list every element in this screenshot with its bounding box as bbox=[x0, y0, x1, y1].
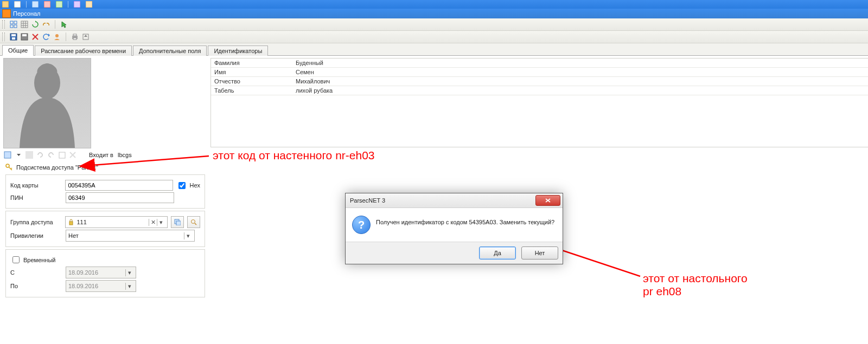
access-group-select[interactable]: 111 ✕ ▾ bbox=[65, 216, 168, 228]
print-icon[interactable] bbox=[71, 33, 79, 41]
subsystem-header: Подсистема доступа "Parsec" bbox=[5, 164, 207, 171]
export-icon[interactable] bbox=[81, 33, 90, 41]
ribbon-icon[interactable] bbox=[13, 1, 22, 8]
svg-rect-28 bbox=[73, 34, 76, 36]
info-key: Фамилия bbox=[214, 60, 296, 66]
temp-checkbox[interactable] bbox=[12, 256, 20, 263]
access-group: Группа доступа 111 ✕ ▾ Привилегии bbox=[5, 211, 205, 247]
svg-rect-0 bbox=[2, 1, 9, 8]
svg-rect-36 bbox=[59, 152, 65, 158]
dialog-titlebar[interactable]: ParsecNET 3 bbox=[346, 193, 563, 208]
svg-rect-8 bbox=[14, 21, 17, 24]
dropdown-icon[interactable]: ▾ bbox=[125, 269, 133, 276]
date-from-label: С bbox=[10, 269, 62, 276]
priv-select[interactable]: Нет ▾ bbox=[66, 230, 195, 242]
user-icon[interactable] bbox=[53, 33, 61, 41]
date-to-value: 18.09.2016 bbox=[68, 283, 98, 289]
person-info-panel: Фамилия Буденный Имя Семен Отчество Миха… bbox=[210, 58, 868, 147]
access-group-label: Группа доступа bbox=[10, 219, 62, 225]
date-to-label: По bbox=[10, 283, 62, 289]
svg-rect-10 bbox=[14, 25, 17, 28]
tab-extra-fields[interactable]: Дополнительные поля bbox=[133, 46, 207, 56]
photo-placeholder[interactable] bbox=[3, 58, 91, 148]
ribbon-icon[interactable] bbox=[73, 1, 81, 8]
dropdown-icon[interactable]: ▾ bbox=[125, 283, 133, 290]
svg-marker-17 bbox=[62, 22, 66, 28]
image-icon[interactable] bbox=[3, 151, 12, 159]
hex-checkbox[interactable] bbox=[178, 182, 186, 189]
dialog-no-button[interactable]: Нет bbox=[521, 246, 558, 259]
subsystem-header-text: Подсистема доступа "Parsec" bbox=[16, 164, 98, 171]
svg-rect-33 bbox=[4, 152, 11, 158]
pin-label: ПИН bbox=[10, 194, 62, 201]
svg-rect-6 bbox=[86, 1, 92, 8]
priv-label: Привилегии bbox=[10, 232, 62, 239]
redo-small-icon[interactable] bbox=[47, 151, 55, 159]
priv-value: Нет bbox=[68, 232, 79, 239]
pin-input[interactable] bbox=[66, 192, 174, 203]
tab-schedule[interactable]: Расписание рабочего времени bbox=[35, 46, 132, 56]
date-from[interactable]: 18.09.2016 ▾ bbox=[66, 267, 136, 278]
card-group: Код карты Hex ПИН bbox=[5, 174, 205, 209]
refresh-icon[interactable] bbox=[31, 20, 40, 29]
key-icon bbox=[5, 164, 13, 171]
content: Входит в lbcgs Подсистема доступа "Parse… bbox=[0, 56, 868, 302]
ribbon-icon[interactable] bbox=[31, 1, 40, 8]
ribbon-icon[interactable] bbox=[55, 1, 63, 8]
card-code-input[interactable] bbox=[65, 180, 173, 191]
info-val: лихой рубака bbox=[296, 87, 333, 94]
svg-rect-22 bbox=[22, 34, 27, 36]
delete-icon[interactable] bbox=[31, 33, 40, 41]
ribbon-icon[interactable] bbox=[85, 1, 93, 8]
dialog-message: Получен идентификатор с кодом 54395A03. … bbox=[376, 216, 554, 225]
copy-button[interactable] bbox=[171, 216, 184, 228]
svg-rect-7 bbox=[10, 21, 13, 24]
info-key: Табель bbox=[214, 87, 296, 94]
tab-identifiers[interactable]: Идентификаторы bbox=[208, 46, 268, 56]
undo-small-icon[interactable] bbox=[36, 151, 44, 159]
tab-general[interactable]: Общие bbox=[2, 45, 34, 56]
svg-rect-42 bbox=[69, 222, 73, 225]
window-title: Персонал bbox=[13, 10, 41, 17]
undo-icon[interactable] bbox=[42, 33, 50, 41]
svg-marker-31 bbox=[84, 35, 87, 37]
dropdown-icon[interactable]: ▾ bbox=[157, 219, 165, 226]
grid-table-icon[interactable] bbox=[20, 20, 29, 29]
delete-small-icon[interactable] bbox=[68, 151, 77, 159]
lock-icon bbox=[68, 219, 74, 225]
save-as-icon[interactable] bbox=[20, 33, 29, 41]
svg-rect-29 bbox=[73, 38, 76, 40]
dialog-close-button[interactable] bbox=[535, 195, 560, 206]
tabs: Общие Расписание рабочего времени Дополн… bbox=[0, 43, 868, 56]
info-val: Семен bbox=[296, 69, 314, 75]
hex-label: Hex bbox=[189, 182, 200, 189]
dialog-title: ParsecNET 3 bbox=[350, 197, 385, 204]
info-row: Имя Семен bbox=[211, 68, 868, 77]
temporary-group: Временный С 18.09.2016 ▾ По 18.09.2016 ▾ bbox=[5, 249, 205, 297]
temp-checkbox-label: Временный bbox=[23, 257, 55, 263]
checkbox-ico[interactable] bbox=[58, 151, 66, 159]
toolbar-handle[interactable] bbox=[2, 20, 5, 29]
dropdown-icon[interactable]: ▾ bbox=[184, 232, 192, 239]
link-icon[interactable] bbox=[42, 20, 50, 29]
ribbon-icon[interactable] bbox=[1, 1, 10, 8]
svg-rect-11 bbox=[21, 21, 28, 28]
save-small-icon[interactable] bbox=[25, 151, 34, 159]
question-icon: ? bbox=[352, 216, 371, 234]
dialog: ParsecNET 3 ? Получен идентификатор с ко… bbox=[345, 193, 563, 264]
clear-icon[interactable]: ✕ bbox=[149, 219, 157, 226]
dd-icon[interactable] bbox=[14, 151, 23, 159]
pointer-icon[interactable] bbox=[60, 20, 68, 29]
search-button[interactable] bbox=[187, 216, 200, 228]
date-to[interactable]: 18.09.2016 ▾ bbox=[66, 280, 136, 292]
svg-rect-1 bbox=[14, 1, 21, 8]
toolbar-handle[interactable] bbox=[2, 33, 5, 41]
svg-rect-5 bbox=[74, 1, 80, 8]
view-grid-icon[interactable] bbox=[9, 20, 18, 29]
dialog-yes-button[interactable]: Да bbox=[479, 246, 516, 259]
svg-rect-44 bbox=[176, 221, 181, 225]
svg-point-26 bbox=[55, 34, 59, 37]
toolbar-row-1 bbox=[0, 18, 868, 31]
ribbon-icon[interactable] bbox=[43, 1, 52, 8]
save-icon[interactable] bbox=[9, 33, 18, 41]
